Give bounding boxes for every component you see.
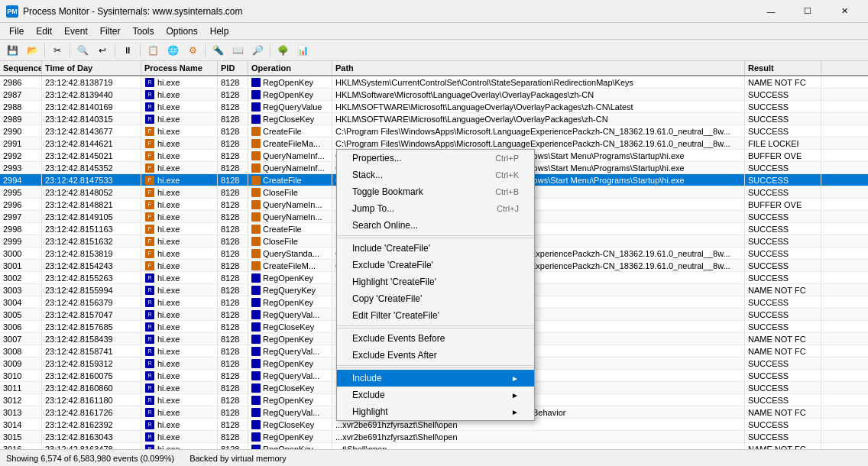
cell-result: SUCCESS bbox=[745, 186, 821, 198]
cell-pid: 8128 bbox=[218, 223, 248, 235]
toolbar-pause[interactable]: ⏸ bbox=[118, 42, 137, 59]
ctx-item-edit-filter-createfile-[interactable]: Edit Filter 'CreateFile' bbox=[337, 307, 534, 326]
cell-path: HKLM\System\CurrentControlSet\Control\St… bbox=[332, 76, 745, 88]
ctx-item-properties-[interactable]: Properties...Ctrl+P bbox=[337, 150, 534, 167]
proc-icon: R bbox=[144, 383, 155, 393]
cell-time: 23:12:42.8156379 bbox=[42, 296, 141, 308]
table-row[interactable]: 3016 23:12:42.8163478 R hi.exe 8128 RegO… bbox=[0, 443, 868, 449]
toolbar-reg[interactable]: 📋 bbox=[144, 42, 162, 59]
table-row[interactable]: 2988 23:12:42.8140169 R hi.exe 8128 RegQ… bbox=[0, 101, 868, 113]
menu-file[interactable]: File bbox=[3, 24, 30, 38]
ctx-item-jump-to-[interactable]: Jump To...Ctrl+J bbox=[337, 200, 534, 217]
toolbar: 💾 📂 ✂ 🔍 ↩ ⏸ 📋 🌐 ⚙ 🔦 📖 🔎 🌳 📊 bbox=[0, 40, 868, 61]
table-row[interactable]: 3015 23:12:42.8163043 R hi.exe 8128 RegO… bbox=[0, 431, 868, 443]
ctx-item-search-online-[interactable]: Search Online... bbox=[337, 217, 534, 236]
cell-op: CreateFile bbox=[248, 174, 332, 186]
table-row[interactable]: 2989 23:12:42.8140315 R hi.exe 8128 RegC… bbox=[0, 113, 868, 125]
cell-time: 23:12:42.8155994 bbox=[42, 284, 141, 296]
toolbar-filter[interactable]: 🔍 bbox=[73, 42, 92, 59]
col-header-sequence[interactable]: Sequence bbox=[0, 61, 42, 75]
ctx-item-include-createfile-[interactable]: Include 'CreateFile' bbox=[337, 240, 534, 257]
col-header-path[interactable]: Path bbox=[332, 61, 745, 75]
col-header-process[interactable]: Process Name bbox=[141, 61, 218, 75]
ctx-item-exclude[interactable]: Exclude► bbox=[337, 387, 534, 403]
cell-time: 23:12:42.8160075 bbox=[42, 370, 141, 381]
maximize-button[interactable]: ☐ bbox=[790, 0, 825, 23]
col-header-result[interactable]: Result bbox=[745, 61, 821, 75]
cell-time: 23:12:42.8163043 bbox=[42, 431, 141, 442]
toolbar-save[interactable]: 💾 bbox=[3, 42, 21, 59]
cell-result: NAME NOT FC bbox=[745, 76, 821, 88]
toolbar-autoscroll[interactable]: ↩ bbox=[93, 42, 112, 59]
ctx-item-exclude-events-after[interactable]: Exclude Events After bbox=[337, 347, 534, 366]
op-icon bbox=[251, 371, 261, 380]
proc-icon: R bbox=[144, 285, 155, 296]
cell-proc: R hi.exe bbox=[141, 309, 218, 320]
ctx-shortcut: Ctrl+J bbox=[497, 204, 519, 213]
ctx-item-include[interactable]: Include► bbox=[337, 370, 534, 387]
proc-icon: F bbox=[144, 212, 155, 222]
menu-event[interactable]: Event bbox=[58, 24, 94, 38]
table-row[interactable]: 2990 23:12:42.8143677 F hi.exe 8128 Crea… bbox=[0, 125, 868, 138]
ctx-item-toggle-bookmark[interactable]: Toggle BookmarkCtrl+B bbox=[337, 183, 534, 200]
menu-tools[interactable]: Tools bbox=[126, 24, 160, 38]
ctx-label: Include 'CreateFile' bbox=[352, 243, 430, 254]
cell-time: 23:12:42.8161180 bbox=[42, 394, 141, 406]
proc-icon: R bbox=[144, 419, 155, 430]
ctx-item-copy-createfile-[interactable]: Copy 'CreateFile' bbox=[337, 290, 534, 307]
cell-pid: 8128 bbox=[218, 101, 248, 112]
table-row[interactable]: 2987 23:12:42.8139440 R hi.exe 8128 RegO… bbox=[0, 89, 868, 101]
ctx-item-highlight-createfile-[interactable]: Highlight 'CreateFile' bbox=[337, 273, 534, 290]
cell-seq: 3015 bbox=[0, 431, 42, 442]
cell-result: SUCCESS bbox=[745, 174, 821, 186]
minimize-button[interactable]: — bbox=[753, 0, 789, 23]
cell-proc: R hi.exe bbox=[141, 333, 218, 345]
toolbar-clear[interactable]: ✂ bbox=[48, 42, 66, 59]
cell-time: 23:12:42.8157685 bbox=[42, 321, 141, 332]
cell-op: RegQueryVal... bbox=[248, 406, 332, 418]
ctx-item-highlight[interactable]: Highlight► bbox=[337, 403, 534, 420]
cell-pid: 8128 bbox=[218, 272, 248, 283]
cell-op: RegCloseKey bbox=[248, 321, 332, 332]
cell-seq: 2992 bbox=[0, 150, 42, 161]
col-header-pid[interactable]: PID bbox=[218, 61, 248, 75]
op-icon bbox=[251, 396, 261, 405]
col-header-operation[interactable]: Operation bbox=[248, 61, 332, 75]
cell-time: 23:12:42.8144621 bbox=[42, 138, 141, 149]
table-row[interactable]: 2986 23:12:42.8138719 R hi.exe 8128 RegO… bbox=[0, 76, 868, 89]
cell-pid: 8128 bbox=[218, 174, 248, 186]
cell-proc: R hi.exe bbox=[141, 101, 218, 112]
ctx-item-exclude-createfile-[interactable]: Exclude 'CreateFile' bbox=[337, 257, 534, 273]
toolbar-find[interactable]: 🔎 bbox=[248, 42, 267, 59]
ctx-item-stack-[interactable]: Stack...Ctrl+K bbox=[337, 167, 534, 183]
ctx-item-exclude-events-before[interactable]: Exclude Events Before bbox=[337, 330, 534, 347]
cell-time: 23:12:42.8157047 bbox=[42, 309, 141, 320]
col-header-time[interactable]: Time of Day bbox=[42, 61, 141, 75]
toolbar-profile[interactable]: 📊 bbox=[293, 42, 312, 59]
cell-pid: 8128 bbox=[218, 431, 248, 442]
cell-proc: F hi.exe bbox=[141, 162, 218, 173]
toolbar-open[interactable]: 📂 bbox=[23, 42, 41, 59]
proc-icon: R bbox=[144, 77, 155, 88]
proc-icon: R bbox=[144, 334, 155, 345]
cell-result: SUCCESS bbox=[745, 419, 821, 430]
toolbar-tree[interactable]: 🌳 bbox=[274, 42, 292, 59]
ctx-label: Exclude Events Before bbox=[352, 333, 445, 344]
status-bar: Showing 6,574 of 6,583,980 events (0.099… bbox=[0, 449, 868, 466]
table-row[interactable]: 2991 23:12:42.8144621 F hi.exe 8128 Crea… bbox=[0, 138, 868, 150]
menu-edit[interactable]: Edit bbox=[30, 24, 58, 38]
toolbar-book[interactable]: 📖 bbox=[228, 42, 247, 59]
ctx-label: Exclude 'CreateFile' bbox=[352, 260, 433, 270]
cell-seq: 3009 bbox=[0, 358, 42, 369]
toolbar-highlight[interactable]: 🔦 bbox=[209, 42, 227, 59]
toolbar-net[interactable]: 🌐 bbox=[164, 42, 182, 59]
proc-icon: R bbox=[144, 395, 155, 406]
menu-options[interactable]: Options bbox=[160, 24, 203, 38]
cell-time: 23:12:42.8145021 bbox=[42, 150, 141, 161]
menu-help[interactable]: Help bbox=[204, 24, 235, 38]
menu-filter[interactable]: Filter bbox=[94, 24, 127, 38]
close-button[interactable]: ✕ bbox=[827, 0, 862, 23]
cell-pid: 8128 bbox=[218, 186, 248, 198]
cell-result: SUCCESS bbox=[745, 394, 821, 406]
toolbar-process[interactable]: ⚙ bbox=[183, 42, 202, 59]
